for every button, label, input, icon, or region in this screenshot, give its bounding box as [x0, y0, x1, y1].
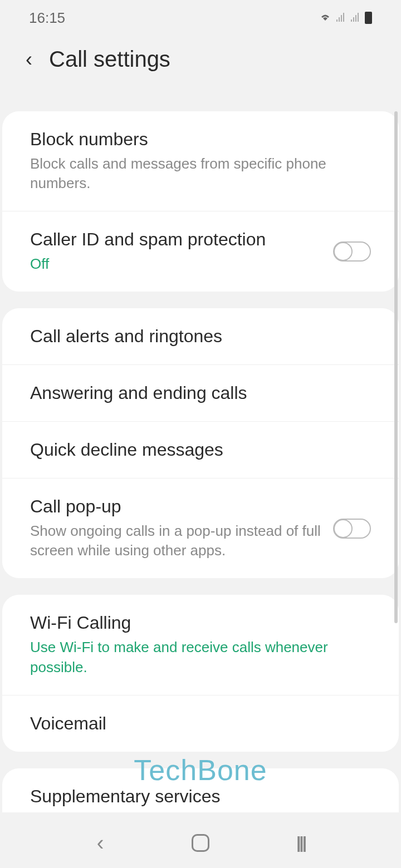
status-icons	[319, 9, 372, 27]
signal-icon-2	[350, 9, 360, 27]
nav-back-button[interactable]: ‹	[89, 832, 111, 854]
content: Block numbers Block calls and messages f…	[0, 111, 401, 812]
quick-decline-item[interactable]: Quick decline messages	[2, 422, 399, 479]
nav-bar: ‹ |||	[0, 818, 401, 868]
item-title: Voicemail	[30, 713, 371, 734]
item-status: Off	[30, 254, 322, 274]
page-title: Call settings	[49, 47, 170, 72]
section-1: Block numbers Block calls and messages f…	[2, 111, 399, 292]
answering-ending-item[interactable]: Answering and ending calls	[2, 365, 399, 422]
caller-id-toggle[interactable]	[333, 241, 371, 262]
caller-id-spam-item[interactable]: Caller ID and spam protection Off	[2, 211, 399, 292]
scroll-indicator[interactable]	[394, 111, 398, 623]
wifi-icon	[319, 9, 331, 27]
signal-icon-1	[336, 9, 346, 27]
item-title: Block numbers	[30, 129, 371, 150]
section-3: Wi-Fi Calling Use Wi-Fi to make and rece…	[2, 595, 399, 751]
item-title: Supplementary services	[30, 786, 371, 807]
nav-recents-button[interactable]: |||	[290, 832, 312, 854]
section-2: Call alerts and ringtones Answering and …	[2, 308, 399, 578]
voicemail-item[interactable]: Voicemail	[2, 696, 399, 752]
item-subtitle: Block calls and messages from specific p…	[30, 154, 371, 193]
back-button[interactable]: ‹	[26, 48, 32, 71]
header: ‹ Call settings	[0, 36, 401, 92]
status-time: 16:15	[29, 9, 65, 27]
item-title: Call alerts and ringtones	[30, 326, 371, 347]
item-title: Quick decline messages	[30, 440, 371, 460]
block-numbers-item[interactable]: Block numbers Block calls and messages f…	[2, 111, 399, 211]
item-title: Answering and ending calls	[30, 383, 371, 403]
item-status: Use Wi-Fi to make and receive calls when…	[30, 638, 371, 677]
item-subtitle: Show ongoing calls in a pop-up instead o…	[30, 521, 322, 560]
battery-icon	[365, 12, 372, 24]
call-popup-toggle[interactable]	[333, 519, 371, 539]
wifi-calling-item[interactable]: Wi-Fi Calling Use Wi-Fi to make and rece…	[2, 595, 399, 695]
supplementary-services-item[interactable]: Supplementary services	[2, 768, 399, 812]
call-alerts-item[interactable]: Call alerts and ringtones	[2, 308, 399, 365]
nav-home-button[interactable]	[189, 832, 212, 854]
item-title: Call pop-up	[30, 496, 322, 517]
call-popup-item[interactable]: Call pop-up Show ongoing calls in a pop-…	[2, 479, 399, 578]
item-title: Wi-Fi Calling	[30, 613, 371, 633]
status-bar: 16:15	[0, 0, 401, 36]
item-title: Caller ID and spam protection	[30, 229, 322, 250]
